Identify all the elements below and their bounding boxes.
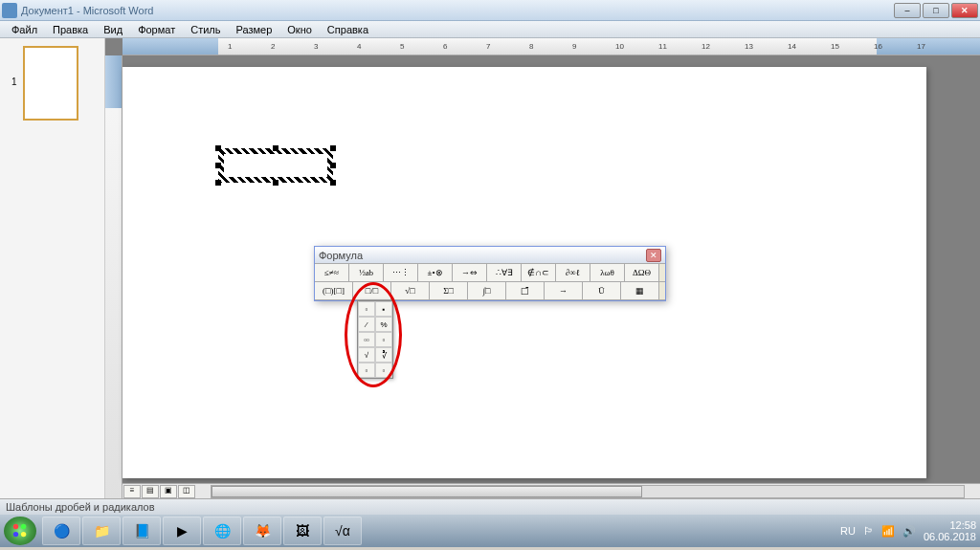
- eq-logic-button[interactable]: ∴∀∃: [487, 264, 522, 281]
- app-icon: [2, 3, 17, 18]
- taskbar-media[interactable]: ▶: [163, 517, 201, 545]
- tray-sound-icon[interactable]: 🔊: [902, 525, 916, 538]
- eq-ellipsis-button[interactable]: ⋯⋮: [384, 264, 418, 281]
- tray-flag-icon[interactable]: 🏳: [863, 525, 874, 537]
- svg-point-3: [21, 532, 26, 537]
- tray-clock[interactable]: 12:58 06.06.2018: [924, 519, 976, 542]
- menu-style[interactable]: Стиль: [183, 22, 228, 37]
- equation-symbols-row: ≤≠≈ ½ab ⋯⋮ ±•⊗ →⇔ ∴∀∃ ∉∩⊂ ∂∞ℓ λωθ ΔΩΘ: [315, 264, 665, 282]
- eq-relational-button[interactable]: ≤≠≈: [315, 264, 349, 281]
- resize-handle[interactable]: [215, 180, 221, 186]
- tray-network-icon[interactable]: 📶: [881, 525, 895, 538]
- dropdown-item[interactable]: ▫: [358, 363, 375, 378]
- view-bar: ≡ ▤ ▣ ◫: [122, 483, 980, 498]
- dropdown-item[interactable]: ∛: [375, 347, 392, 363]
- menu-view[interactable]: Вид: [96, 22, 130, 37]
- taskbar-app-2[interactable]: 🖼: [283, 517, 322, 545]
- horizontal-ruler[interactable]: 1 2 3 4 5 6 7 8 9 10 11 12 13 14 15 16 1…: [122, 38, 980, 55]
- eq-overbar-button[interactable]: □̄: [506, 282, 545, 299]
- view-print-button[interactable]: ▣: [160, 485, 177, 498]
- taskbar-equation[interactable]: √α: [323, 517, 362, 545]
- title-bar: Документ1 - Microsoft Word – □ ✕: [0, 0, 980, 21]
- taskbar-explorer[interactable]: 📁: [82, 517, 121, 545]
- svg-point-1: [21, 524, 26, 529]
- eq-misc-button[interactable]: ∂∞ℓ: [556, 264, 590, 281]
- eq-matrix-button[interactable]: ▦: [621, 282, 659, 299]
- vertical-ruler[interactable]: [105, 55, 122, 498]
- eq-arrow-label-button[interactable]: →: [545, 282, 583, 299]
- menu-format[interactable]: Формат: [130, 22, 183, 37]
- equation-toolbar-window[interactable]: Формула ✕ ≤≠≈ ½ab ⋯⋮ ±•⊗ →⇔ ∴∀∃ ∉∩⊂ ∂∞ℓ …: [314, 246, 666, 301]
- dropdown-item[interactable]: ▫: [375, 363, 392, 378]
- resize-handle[interactable]: [330, 145, 336, 151]
- eq-set-button[interactable]: ∉∩⊂: [522, 264, 556, 281]
- eq-spacing-button[interactable]: ½ab: [349, 264, 384, 281]
- dropdown-item[interactable]: ⁄: [358, 317, 375, 332]
- dropdown-item[interactable]: ▫▫: [358, 332, 375, 347]
- svg-point-0: [13, 524, 18, 529]
- eq-fence-button[interactable]: (□)[□]: [315, 282, 353, 299]
- menu-window[interactable]: Окно: [279, 22, 320, 37]
- view-web-button[interactable]: ◫: [178, 485, 195, 498]
- thumbnail-panel: 1: [0, 38, 105, 498]
- taskbar-firefox[interactable]: 🦊: [243, 517, 281, 545]
- status-bar: Шаблоны дробей и радикалов: [0, 498, 980, 515]
- dropdown-item[interactable]: ▪: [375, 301, 392, 317]
- resize-handle[interactable]: [330, 163, 336, 168]
- taskbar: 🔵 📁 📘 ▶ 🌐 🦊 🖼 √α RU 🏳 📶 🔊 12:58 06.06.20…: [0, 515, 980, 547]
- status-text: Шаблоны дробей и радикалов: [6, 501, 155, 513]
- menu-edit[interactable]: Правка: [45, 22, 96, 37]
- resize-handle[interactable]: [273, 180, 278, 186]
- equation-object[interactable]: [218, 148, 333, 183]
- eq-operators-button[interactable]: ±•⊗: [418, 264, 453, 281]
- close-button[interactable]: ✕: [951, 3, 978, 18]
- eq-summation-button[interactable]: Σ□: [430, 282, 468, 299]
- start-button[interactable]: [4, 517, 36, 545]
- eq-integral-button[interactable]: ∫□: [468, 282, 506, 299]
- resize-handle[interactable]: [215, 145, 221, 151]
- taskbar-app-1[interactable]: 🔵: [42, 517, 80, 545]
- horizontal-scrollbar[interactable]: [211, 485, 965, 498]
- equation-templates-row: (□)[□] □/□ √□ Σ□ ∫□ □̄ → Ū ▦: [315, 282, 665, 300]
- tray-lang[interactable]: RU: [840, 525, 856, 537]
- resize-handle[interactable]: [330, 180, 336, 186]
- eq-subscript-button[interactable]: √□: [391, 282, 430, 299]
- resize-handle[interactable]: [273, 145, 278, 151]
- eq-greek-upper-button[interactable]: ΔΩΘ: [625, 264, 659, 281]
- minimize-button[interactable]: –: [894, 3, 921, 18]
- taskbar-word[interactable]: 📘: [122, 517, 161, 545]
- eq-fraction-radical-button[interactable]: □/□: [353, 282, 391, 299]
- equation-toolbar-close-button[interactable]: ✕: [646, 249, 661, 262]
- menu-file[interactable]: Файл: [4, 22, 45, 37]
- windows-icon: [11, 522, 29, 539]
- window-title: Документ1 - Microsoft Word: [21, 5, 894, 16]
- dropdown-item[interactable]: ▫: [358, 301, 375, 317]
- thumbnail-page-number: 1: [11, 77, 17, 87]
- equation-toolbar-titlebar[interactable]: Формула ✕: [315, 247, 665, 264]
- eq-products-button[interactable]: Ū: [583, 282, 621, 299]
- taskbar-chrome[interactable]: 🌐: [203, 517, 241, 545]
- system-tray: RU 🏳 📶 🔊 12:58 06.06.2018: [840, 519, 976, 542]
- view-normal-button[interactable]: ≡: [123, 485, 141, 498]
- dropdown-item[interactable]: ▫: [375, 332, 392, 347]
- resize-handle[interactable]: [215, 163, 221, 168]
- maximize-button[interactable]: □: [923, 3, 949, 18]
- fraction-radical-dropdown[interactable]: ▫▪ ⁄% ▫▫▫ √∛ ▫▫: [357, 300, 393, 379]
- menu-size[interactable]: Размер: [228, 22, 279, 37]
- equation-toolbar-title: Формула: [319, 250, 646, 261]
- menu-bar: Файл Правка Вид Формат Стиль Размер Окно…: [0, 21, 980, 38]
- eq-greek-lower-button[interactable]: λωθ: [590, 264, 625, 281]
- page-thumbnail[interactable]: 1: [23, 46, 78, 121]
- eq-arrows-button[interactable]: →⇔: [453, 264, 487, 281]
- view-outline-button[interactable]: ▤: [142, 485, 159, 498]
- svg-point-2: [13, 532, 18, 537]
- dropdown-item[interactable]: %: [375, 317, 392, 332]
- menu-help[interactable]: Справка: [320, 22, 376, 37]
- dropdown-item[interactable]: √: [358, 347, 375, 363]
